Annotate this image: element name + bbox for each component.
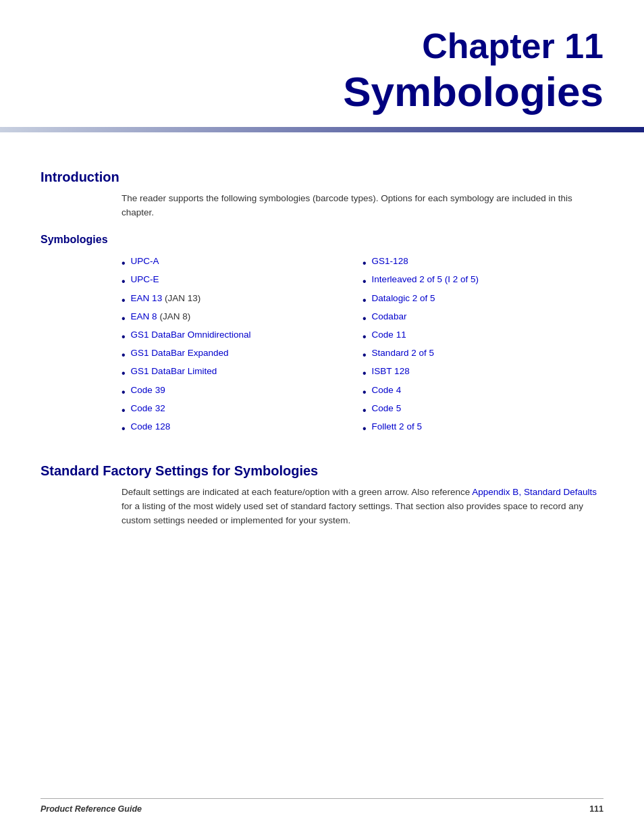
code4-link[interactable]: Code 4 xyxy=(372,385,402,395)
bullet-dot: • xyxy=(363,404,367,417)
ean13-link[interactable]: EAN 13 xyxy=(131,293,163,303)
gs1-128-link[interactable]: GS1-128 xyxy=(372,256,408,266)
bullet-dot: • xyxy=(363,275,367,288)
bullet-dot: • xyxy=(363,348,367,361)
bullet-dot: • xyxy=(122,367,126,380)
bullet-dot: • xyxy=(363,294,367,307)
list-item: • Code 4 xyxy=(363,385,603,398)
bullet-dot: • xyxy=(122,257,126,269)
isbt128-link[interactable]: ISBT 128 xyxy=(372,366,410,376)
list-item: • Code 128 xyxy=(122,421,363,435)
list-item: • UPC-A xyxy=(122,256,363,269)
bullet-dot: • xyxy=(122,422,126,435)
footer-left: Product Reference Guide xyxy=(41,804,142,814)
factory-settings-body: Default settings are indicated at each f… xyxy=(122,486,603,528)
chapter-subtitle: Symbologies xyxy=(41,69,603,115)
list-item: • GS1 DataBar Expanded xyxy=(122,348,363,361)
bullet-dot: • xyxy=(122,330,126,343)
list-item: • Code 39 xyxy=(122,385,363,398)
gs1-databar-limited-link[interactable]: GS1 DataBar Limited xyxy=(131,366,217,376)
codabar-link[interactable]: Codabar xyxy=(372,311,407,321)
datalogic-2of5-link[interactable]: Datalogic 2 of 5 xyxy=(372,293,435,303)
factory-body-part2: for a listing of the most widely used se… xyxy=(122,501,583,525)
symbologies-col1: • UPC-A • UPC-E • EAN 13 (JAN 13) • EAN … xyxy=(122,256,363,440)
list-item: • Code 32 xyxy=(122,403,363,417)
ean13-suffix: (JAN 13) xyxy=(162,293,200,303)
bullet-dot: • xyxy=(363,367,367,380)
interleaved-2of5-link[interactable]: Interleaved 2 of 5 (I 2 of 5) xyxy=(372,274,479,284)
factory-body-part1: Default settings are indicated at each f… xyxy=(122,487,472,497)
list-item: • Interleaved 2 of 5 (I 2 of 5) xyxy=(363,274,603,288)
list-item: • Follett 2 of 5 xyxy=(363,421,603,435)
bullet-dot: • xyxy=(363,386,367,398)
introduction-body: The reader supports the following symbol… xyxy=(122,192,603,220)
bullet-dot: • xyxy=(122,404,126,417)
bullet-dot: • xyxy=(363,330,367,343)
gs1-databar-expanded-link[interactable]: GS1 DataBar Expanded xyxy=(131,348,229,358)
ean8-suffix: (JAN 8) xyxy=(157,311,191,321)
factory-settings-heading: Standard Factory Settings for Symbologie… xyxy=(41,463,603,479)
list-item: • ISBT 128 xyxy=(363,366,603,380)
symbologies-list: • UPC-A • UPC-E • EAN 13 (JAN 13) • EAN … xyxy=(122,256,603,440)
header-bar xyxy=(0,127,644,132)
gs1-databar-omni-link[interactable]: GS1 DataBar Omnidirectional xyxy=(131,330,251,340)
list-item: • UPC-E xyxy=(122,274,363,288)
chapter-header: Chapter 11 Symbologies xyxy=(0,0,644,115)
follett-2of5-link[interactable]: Follett 2 of 5 xyxy=(372,421,422,432)
bullet-dot: • xyxy=(363,422,367,435)
chapter-title: Chapter 11 xyxy=(41,27,603,66)
upc-a-link[interactable]: UPC-A xyxy=(131,256,159,266)
bullet-dot: • xyxy=(363,312,367,325)
list-item: • Datalogic 2 of 5 xyxy=(363,293,603,307)
standard-2of5-link[interactable]: Standard 2 of 5 xyxy=(372,348,434,358)
list-item: • Standard 2 of 5 xyxy=(363,348,603,361)
upc-e-link[interactable]: UPC-E xyxy=(131,274,159,284)
bullet-dot: • xyxy=(122,294,126,307)
list-item: • Codabar xyxy=(363,311,603,325)
symbologies-subheading: Symbologies xyxy=(41,234,603,246)
list-item: • GS1 DataBar Limited xyxy=(122,366,363,380)
code128-link[interactable]: Code 128 xyxy=(131,421,171,432)
list-item: • Code 11 xyxy=(363,330,603,343)
factory-settings-section: Standard Factory Settings for Symbologie… xyxy=(41,463,603,528)
code39-link[interactable]: Code 39 xyxy=(131,385,165,395)
appendix-b-link[interactable]: Appendix B, Standard Defaults xyxy=(472,487,597,497)
bullet-dot: • xyxy=(363,257,367,269)
list-item: • Code 5 xyxy=(363,403,603,417)
code32-link[interactable]: Code 32 xyxy=(131,403,165,413)
footer: Product Reference Guide 111 xyxy=(41,798,603,814)
symbologies-col2: • GS1-128 • Interleaved 2 of 5 (I 2 of 5… xyxy=(363,256,603,440)
main-content: Introduction The reader supports the fol… xyxy=(0,132,644,527)
introduction-heading: Introduction xyxy=(41,170,603,185)
code5-link[interactable]: Code 5 xyxy=(372,403,402,413)
bullet-dot: • xyxy=(122,348,126,361)
footer-right: 111 xyxy=(589,804,603,814)
list-item: • EAN 13 (JAN 13) xyxy=(122,293,363,307)
bullet-dot: • xyxy=(122,275,126,288)
list-item: • GS1 DataBar Omnidirectional xyxy=(122,330,363,343)
code11-link[interactable]: Code 11 xyxy=(372,330,406,340)
page-container: Chapter 11 Symbologies Introduction The … xyxy=(0,0,644,834)
list-item: • EAN 8 (JAN 8) xyxy=(122,311,363,325)
list-item: • GS1-128 xyxy=(363,256,603,269)
ean8-link[interactable]: EAN 8 xyxy=(131,311,157,321)
bullet-dot: • xyxy=(122,312,126,325)
bullet-dot: • xyxy=(122,386,126,398)
